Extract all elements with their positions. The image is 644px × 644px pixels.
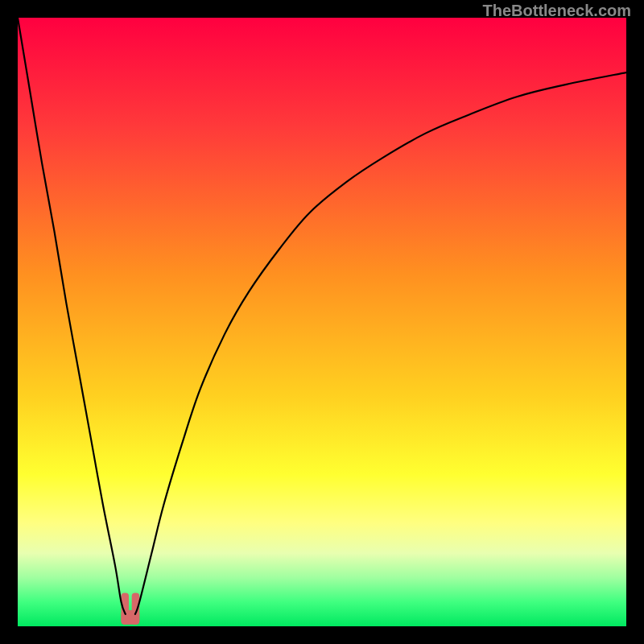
chart-svg: [18, 18, 626, 626]
plot-area: [18, 18, 626, 626]
watermark-text: TheBottleneck.com: [483, 2, 631, 20]
chart-container: TheBottleneck.com: [0, 0, 644, 644]
